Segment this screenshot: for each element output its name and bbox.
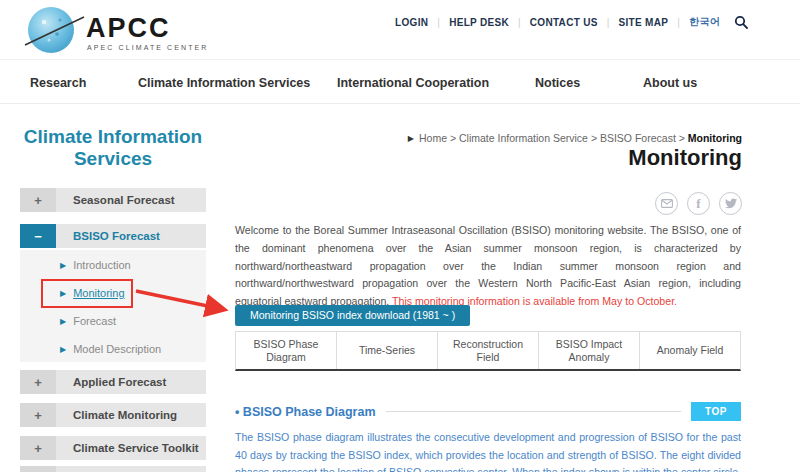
submenu-label: Forecast bbox=[73, 315, 116, 327]
tab-anomaly-field[interactable]: Anomaly Field bbox=[639, 332, 740, 369]
twitter-share-icon[interactable] bbox=[719, 192, 742, 215]
facebook-share-icon[interactable]: f bbox=[687, 192, 710, 215]
scroll-to-top-button[interactable]: TOP bbox=[691, 402, 741, 421]
submenu-forecast[interactable]: ▶ Forecast bbox=[60, 315, 116, 327]
expand-icon[interactable]: + bbox=[20, 403, 56, 427]
email-share-icon[interactable] bbox=[655, 192, 678, 215]
breadcrumb: ▶ Home Climate Information Service BSISO… bbox=[408, 132, 742, 144]
sidebar-item-label: Climate Monitoring bbox=[56, 403, 206, 427]
sidebar-item-label: Applied Forecast bbox=[56, 370, 206, 394]
share-buttons: f bbox=[655, 192, 742, 215]
sidebar-item-seasonal-forecast[interactable]: + Seasonal Forecast bbox=[20, 188, 206, 212]
breadcrumb-arrow-icon: ▶ bbox=[408, 134, 414, 143]
submenu-label: Monitoring bbox=[73, 287, 124, 299]
sidebar-item-bsiso-forecast[interactable]: − BSISO Forecast bbox=[20, 224, 206, 248]
submenu-model-description[interactable]: ▶ Model Description bbox=[60, 343, 161, 355]
collapse-icon[interactable]: − bbox=[20, 224, 56, 248]
tab-bsiso-phase-diagram[interactable]: BSISO Phase Diagram bbox=[236, 332, 336, 369]
nav-climate-information-services[interactable]: Climate Information Services bbox=[138, 76, 310, 90]
expand-icon[interactable]: + bbox=[20, 188, 56, 212]
svg-text:APCC: APCC bbox=[86, 13, 171, 43]
divider: | bbox=[677, 17, 680, 28]
sidebar-item-climate-service-toolkit[interactable]: + Climate Service Toolkit bbox=[20, 436, 206, 460]
nav-about-us[interactable]: About us bbox=[643, 76, 697, 90]
nav-international-cooperation[interactable]: International Cooperation bbox=[337, 76, 489, 90]
globe-icon: APCC APEC CLIMATE CENTER bbox=[24, 4, 214, 56]
monitoring-tabs: BSISO Phase Diagram Time-Series Reconstr… bbox=[235, 331, 741, 371]
breadcrumb-home[interactable]: Home bbox=[419, 132, 447, 144]
intro-paragraph: Welcome to the Boreal Summer Intraseason… bbox=[235, 222, 741, 311]
svg-text:APEC CLIMATE CENTER: APEC CLIMATE CENTER bbox=[87, 44, 208, 51]
divider: | bbox=[437, 17, 440, 28]
apcc-logo[interactable]: APCC APEC CLIMATE CENTER bbox=[24, 4, 214, 56]
submenu-label: Introduction bbox=[73, 259, 130, 271]
top-bar: APCC APEC CLIMATE CENTER LOGIN | HELP DE… bbox=[0, 0, 800, 60]
login-link[interactable]: LOGIN bbox=[395, 17, 428, 28]
contact-us-link[interactable]: CONTACT US bbox=[530, 17, 598, 28]
bsiso-monitoring-page: APCC APEC CLIMATE CENTER LOGIN | HELP DE… bbox=[0, 0, 800, 472]
submenu-monitoring[interactable]: ▶ Monitoring bbox=[60, 287, 125, 299]
divider bbox=[386, 411, 682, 412]
bsiso-index-download-button[interactable]: Monitoring BSISO index download (1981 ~ … bbox=[235, 305, 470, 326]
breadcrumb-current: Monitoring bbox=[676, 132, 742, 144]
tab-reconstruction-field[interactable]: Reconstruction Field bbox=[437, 332, 538, 369]
sidebar-item-label: Seasonal Forecast bbox=[56, 188, 206, 212]
tab-time-series[interactable]: Time-Series bbox=[336, 332, 437, 369]
breadcrumb-bsiso-forecast[interactable]: BSISO Forecast bbox=[588, 132, 676, 144]
section-title: Climate Information Services bbox=[18, 126, 208, 170]
expand-icon[interactable]: + bbox=[20, 370, 56, 394]
korean-language-link[interactable]: 한국어 bbox=[689, 15, 720, 29]
utility-nav: LOGIN | HELP DESK | CONTACT US | SITE MA… bbox=[395, 15, 748, 29]
submenu-introduction[interactable]: ▶ Introduction bbox=[60, 259, 131, 271]
main-nav: Research Climate Information Services In… bbox=[0, 60, 800, 104]
sidebar-item-partial bbox=[20, 466, 206, 472]
chevron-right-icon: ▶ bbox=[60, 345, 66, 354]
sidebar-item-climate-monitoring[interactable]: + Climate Monitoring bbox=[20, 403, 206, 427]
submenu-label: Model Description bbox=[73, 343, 161, 355]
divider: | bbox=[607, 17, 610, 28]
tab-bsiso-impact-anomaly[interactable]: BSISO Impact Anomaly bbox=[538, 332, 639, 369]
divider: | bbox=[518, 17, 521, 28]
search-icon[interactable] bbox=[734, 15, 748, 29]
sidebar-item-label: Climate Service Toolkit bbox=[56, 436, 206, 460]
phase-diagram-heading: BSISO Phase Diagram bbox=[235, 405, 376, 419]
site-map-link[interactable]: SITE MAP bbox=[619, 17, 669, 28]
nav-notices[interactable]: Notices bbox=[535, 76, 580, 90]
phase-diagram-description: The BSISO phase diagram illustrates the … bbox=[235, 429, 741, 472]
breadcrumb-climate-information-service[interactable]: Climate Information Service bbox=[447, 132, 588, 144]
bsiso-forecast-submenu: ▶ Introduction ▶ Monitoring ▶ Forecast ▶… bbox=[20, 250, 206, 362]
chevron-right-icon: ▶ bbox=[60, 289, 66, 298]
expand-icon[interactable]: + bbox=[20, 436, 56, 460]
phase-diagram-section-header: BSISO Phase Diagram TOP bbox=[235, 402, 741, 421]
page-title: Monitoring bbox=[628, 145, 742, 171]
chevron-right-icon: ▶ bbox=[60, 261, 66, 270]
chevron-right-icon: ▶ bbox=[60, 317, 66, 326]
help-desk-link[interactable]: HELP DESK bbox=[449, 17, 509, 28]
sidebar-item-applied-forecast[interactable]: + Applied Forecast bbox=[20, 370, 206, 394]
sidebar-item-label: BSISO Forecast bbox=[56, 224, 206, 248]
nav-research[interactable]: Research bbox=[30, 76, 86, 90]
